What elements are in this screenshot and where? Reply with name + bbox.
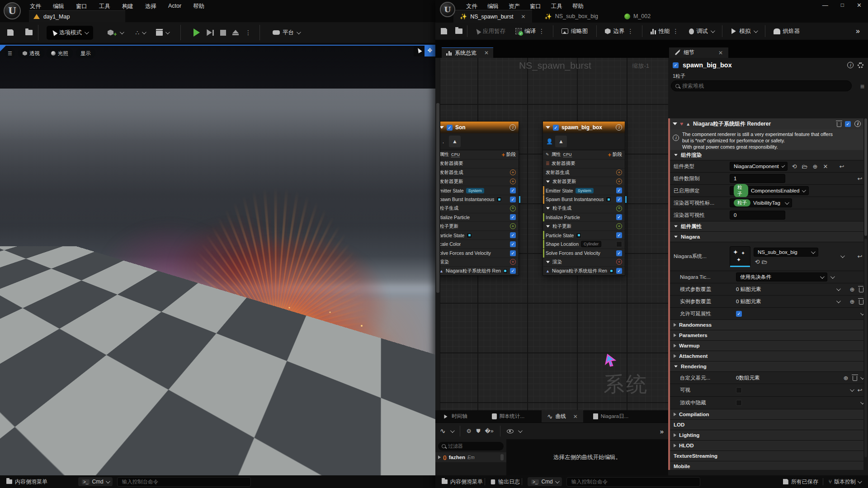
menu-item[interactable]: 选择 [145, 3, 156, 10]
step-button[interactable] [206, 28, 214, 37]
curve-filter-input[interactable]: 过滤器 [438, 442, 504, 450]
select-keys-icon[interactable]: ⯐ [467, 428, 472, 434]
module-checkbox[interactable]: ✓ [510, 268, 516, 274]
cmd-dropdown[interactable]: >_ Cmd [78, 477, 113, 486]
node-row[interactable]: ☰ ✎ ▲ Emitter State System + + [543, 186, 625, 195]
simulate-button[interactable]: 模拟 [727, 27, 760, 35]
perspective-pill[interactable]: 透视 [18, 48, 44, 58]
node-row[interactable]: ☰ ✎ ▲ Spawn Burst Instantaneous + [543, 195, 625, 204]
save-all-button[interactable]: 所有已保存 [791, 478, 818, 486]
menu-item[interactable]: 工具 [99, 3, 110, 10]
play-options-icon[interactable]: ⋮ [245, 29, 251, 36]
node-row[interactable]: ☰ ✎ ▲ mitter State System + + [437, 186, 519, 195]
content-drawer-button[interactable]: 内容侧滑菜单 [450, 478, 483, 486]
level-tab[interactable]: day1_Map [29, 10, 125, 22]
info-icon[interactable]: i [847, 62, 854, 68]
platforms-button[interactable]: 平台 [269, 27, 303, 39]
node-row[interactable]: ☰ ✎ ▲ 渲染 + + [437, 258, 519, 267]
cmd-dropdown[interactable]: >_ Cmd [528, 477, 562, 486]
eject-button[interactable] [232, 30, 239, 35]
menu-item[interactable]: 帮助 [193, 3, 204, 10]
lit-pill[interactable]: 光照 [47, 48, 73, 58]
details-row[interactable]: 可视 ↩ [670, 384, 863, 397]
cinematics-button[interactable] [152, 27, 172, 38]
menu-item[interactable]: 帮助 [572, 3, 584, 10]
menu-item[interactable]: 构建 [122, 3, 133, 10]
details-row[interactable]: Niagara Tic... 使用先决条件 [670, 271, 863, 283]
stack-search-input[interactable]: 搜索堆栈 [671, 80, 852, 91]
details-row[interactable]: 组件属性 [670, 221, 863, 232]
details-row[interactable]: 实例参数覆盖 0 贴图元素⊕ [670, 296, 863, 308]
details-row[interactable]: Randomness [670, 320, 863, 330]
details-row[interactable]: Warmup [670, 341, 863, 351]
details-row[interactable]: 组件渲染 [670, 150, 863, 160]
curve-type-icon[interactable]: ∿ [440, 427, 446, 435]
details-row[interactable]: 组件类型 NiagaraComponent⟲🗁⊕✕↩ [670, 160, 863, 173]
stop-button[interactable] [220, 30, 226, 36]
baker-button[interactable]: 烘焙器 [770, 28, 804, 35]
node-row[interactable]: ☰ ✎ ▲ itialize Particle + + [437, 213, 519, 222]
module-checkbox[interactable]: ✓ [510, 232, 516, 238]
node-row[interactable]: ☰ ✎ ▲ Shape Location Cylinder + [543, 239, 625, 249]
details-row[interactable]: 渲染器可视性 0 [670, 209, 863, 221]
details-row[interactable]: 允许可延展性 ✓ [670, 308, 863, 320]
info-icon[interactable]: i [509, 124, 516, 131]
node-row[interactable]: ☰ ✎ ▲ pawn Burst Instantaneous + [437, 195, 519, 204]
tab-ns-spawn-burst[interactable]: ✨ NS_spawn_burst ✕ [453, 10, 532, 23]
save-icon[interactable] [7, 29, 14, 36]
overflow-chevrons-icon[interactable]: » [856, 27, 860, 35]
tab-curves[interactable]: ∿曲线✕ [542, 410, 583, 422]
system-overview-graph[interactable]: NS_spawn_burst 缩放-1 系统 ✓Soni .▲ ☰ ✎ [435, 58, 668, 410]
curve-tree-item[interactable]: () fazhen Em [435, 452, 506, 462]
details-row[interactable]: LOD [670, 420, 863, 430]
node-row[interactable]: ☰ ✎ ▲ 粒子生成 + + [543, 204, 625, 213]
module-checkbox[interactable]: ✓ [616, 250, 622, 256]
settings-gear-icon[interactable] [858, 62, 863, 68]
details-row[interactable]: TextureStreaming [670, 451, 863, 461]
details-row[interactable]: 自定义基元... 0数组元素⊕ [670, 372, 863, 384]
details-tab[interactable]: 细节✕ [669, 47, 728, 58]
viewport-menu-icon[interactable]: ☰ [5, 48, 15, 58]
visibility-icon[interactable] [507, 429, 514, 433]
close-tab-icon[interactable]: ✕ [521, 14, 525, 20]
node-row[interactable]: ☰ ✎ ▲ 渲染 + + [543, 258, 625, 267]
node-row[interactable]: ☰ ✎ ▲ 发射器生成 + + [543, 168, 625, 177]
tab-m-002[interactable]: M_002 [618, 10, 657, 23]
info-icon[interactable]: i [616, 124, 622, 131]
thumbnail-button[interactable]: 缩略图 [558, 28, 592, 35]
node-row[interactable]: ☰ ✎ ▲ 粒子生成 + + [437, 204, 519, 213]
tab-ns-sub-box-big[interactable]: ✨ NS_sub_box_big [538, 10, 604, 23]
module-checkbox[interactable]: ✓ [616, 188, 622, 193]
module-checkbox[interactable]: ✓ [616, 268, 622, 274]
emitter-enabled-checkbox[interactable]: ✓ [553, 125, 559, 131]
menu-item[interactable]: 编辑 [487, 3, 499, 10]
node-row[interactable]: ☰ ✎ ▲ 粒子更新 + + [543, 221, 625, 230]
show-pill[interactable]: 显示 [76, 48, 95, 58]
node-row[interactable]: ☰ ✎ ▲ 属性 CPU +阶段 + [437, 150, 519, 159]
node-row[interactable]: ☰ ✎ ▲ Solve Forces and Velocity + [543, 249, 625, 258]
viewport[interactable]: mΩCmΩ€⊃ [0, 45, 435, 475]
blueprints-button[interactable]: ∴ [132, 27, 149, 38]
info-icon[interactable]: i [854, 121, 861, 127]
node-row[interactable]: ☰ ✎ ▲ 粒子更新 + + [437, 221, 519, 230]
node-row[interactable]: ☰ ✎ ▲ Niagara粒子系统组件 Renderer + [543, 266, 625, 275]
compile-button[interactable]: ✓编译⋮ [512, 28, 548, 35]
node-row[interactable]: ☰ ✎ ▲ olve Forces and Velocity + [437, 249, 519, 258]
module-checkbox[interactable]: ✓ [616, 232, 622, 238]
module-checkbox[interactable]: ✓ [616, 214, 622, 220]
menu-item[interactable]: 工具 [551, 3, 562, 10]
emitter-enabled-checkbox[interactable]: ✓ [447, 125, 453, 131]
node-row[interactable]: ☰ ✎ ▲ cale Color + + [437, 239, 519, 249]
details-row[interactable]: 模式参数覆盖 0 贴图元素⊕ [670, 283, 863, 296]
node-row[interactable]: ☰ ✎ ▲ Initialize Particle + + [543, 213, 625, 222]
emitter-enabled-checkbox[interactable]: ✓ [673, 62, 679, 68]
details-row[interactable]: Parameters [670, 330, 863, 341]
system-overview-tab[interactable]: 系统总览 ✕ [442, 47, 493, 58]
menu-item[interactable]: 窗口 [530, 3, 541, 10]
node-row[interactable]: ☰ ✎ ▲ 属性 CPU +阶段 + [543, 150, 625, 159]
details-row[interactable]: Lighting [670, 430, 863, 441]
module-checkbox[interactable]: ✓ [510, 197, 516, 202]
details-row[interactable]: 组件数限制 1↩ [670, 173, 863, 185]
module-checkbox[interactable]: ✓ [510, 241, 516, 247]
console-input[interactable]: 输入控制台命令 [117, 477, 251, 487]
